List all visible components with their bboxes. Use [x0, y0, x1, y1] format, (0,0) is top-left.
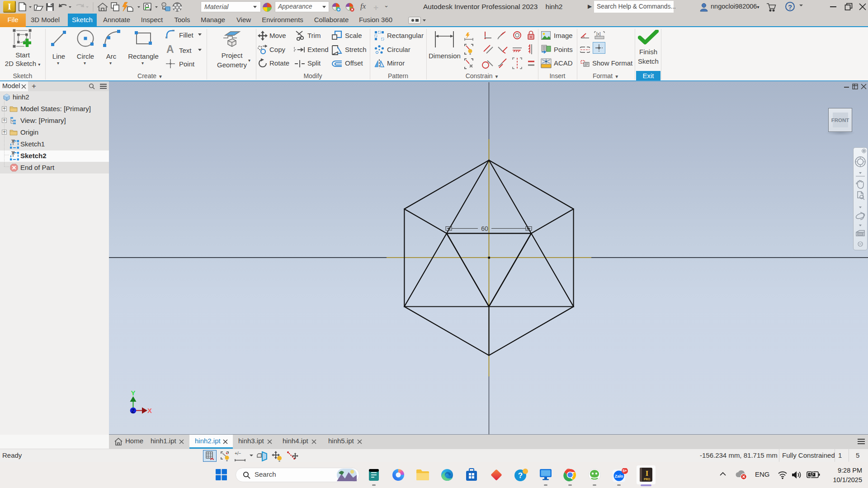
svg-text:Zalo: Zalo	[615, 474, 623, 479]
svg-text:I: I	[646, 469, 649, 478]
svg-text:5+: 5+	[623, 469, 627, 473]
svg-text:60: 60	[481, 225, 488, 232]
svg-text:+/−: +/−	[235, 451, 241, 456]
svg-text:PRO: PRO	[644, 478, 650, 481]
svg-text:[x]: [x]	[596, 32, 601, 36]
svg-text:X: X	[147, 407, 152, 414]
svg-text:?: ?	[518, 471, 523, 480]
svg-text:Y: Y	[131, 389, 135, 397]
svg-text:Z: Z	[132, 408, 135, 414]
